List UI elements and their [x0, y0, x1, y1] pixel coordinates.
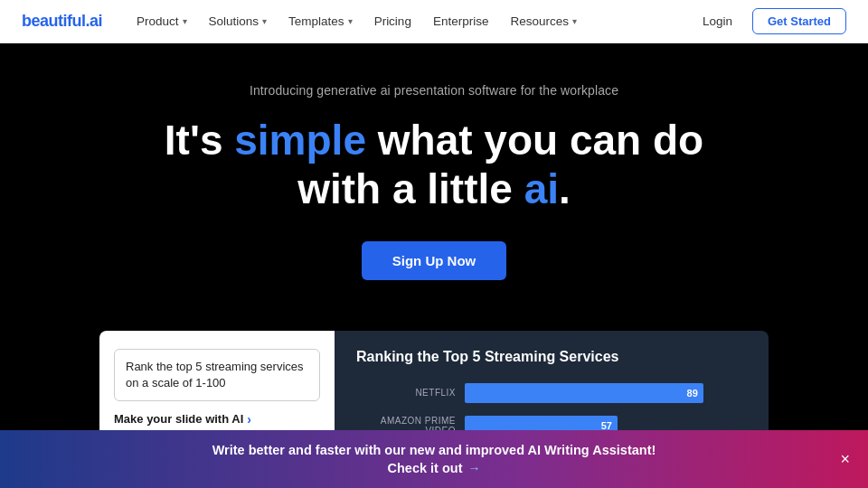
chart-title: Ranking the Top 5 Streaming Services	[356, 349, 747, 365]
nav-item-templates[interactable]: Templates▾	[279, 9, 362, 33]
hero-subtitle: Introducing generative ai presentation s…	[250, 83, 618, 98]
chart-label: NETFLIX	[356, 388, 456, 398]
signup-button[interactable]: Sign Up Now	[362, 241, 507, 280]
nav-item-resources[interactable]: Resources▾	[501, 9, 586, 33]
hero-title-line1: It's simple what you can do	[165, 117, 703, 164]
hero-simple: simple	[234, 117, 366, 164]
chevron-down-icon: ▾	[572, 16, 577, 26]
hero-title: It's simple what you can do with a littl…	[165, 116, 703, 214]
login-link[interactable]: Login	[693, 9, 741, 33]
demo-input[interactable]: Rank the top 5 streaming services on a s…	[114, 349, 320, 401]
banner-line1: Write better and faster with our new and…	[212, 443, 656, 457]
banner-check-it-out[interactable]: Check it out	[388, 461, 463, 475]
nav-item-product[interactable]: Product▾	[127, 9, 196, 33]
nav-right: Login Get Started	[693, 8, 846, 34]
banner-arrow-icon: →	[467, 461, 480, 475]
nav-item-pricing[interactable]: Pricing	[365, 9, 420, 33]
logo[interactable]: beautiful.ai	[22, 12, 102, 31]
make-slide-arrow-icon: ›	[247, 412, 251, 427]
banner-close-button[interactable]: ×	[840, 451, 850, 467]
hero-section: Introducing generative ai presentation s…	[0, 43, 868, 309]
nav-item-solutions[interactable]: Solutions▾	[200, 9, 277, 33]
chevron-down-icon: ▾	[348, 16, 353, 26]
chevron-down-icon: ▾	[262, 16, 267, 26]
hero-title-line2: with a little ai.	[297, 165, 571, 212]
chart-bar-container: 89	[465, 383, 747, 403]
nav-links: Product▾Solutions▾Templates▾PricingEnter…	[127, 9, 693, 33]
chart-bar-value: 57	[601, 420, 612, 431]
banner: Write better and faster with our new and…	[0, 430, 868, 488]
chevron-down-icon: ▾	[183, 16, 187, 26]
chart-row: NETFLIX89	[356, 383, 747, 403]
hero-ai: ai	[524, 165, 559, 212]
chart-bar-value: 89	[687, 388, 698, 399]
chart-bar: 89	[465, 383, 703, 403]
nav-item-enterprise[interactable]: Enterprise	[424, 9, 498, 33]
get-started-button[interactable]: Get Started	[752, 8, 846, 34]
navbar: beautiful.ai Product▾Solutions▾Templates…	[0, 0, 868, 43]
banner-line2: Check it out →	[388, 461, 481, 475]
make-slide-link[interactable]: Make your slide with AI ›	[114, 412, 320, 427]
